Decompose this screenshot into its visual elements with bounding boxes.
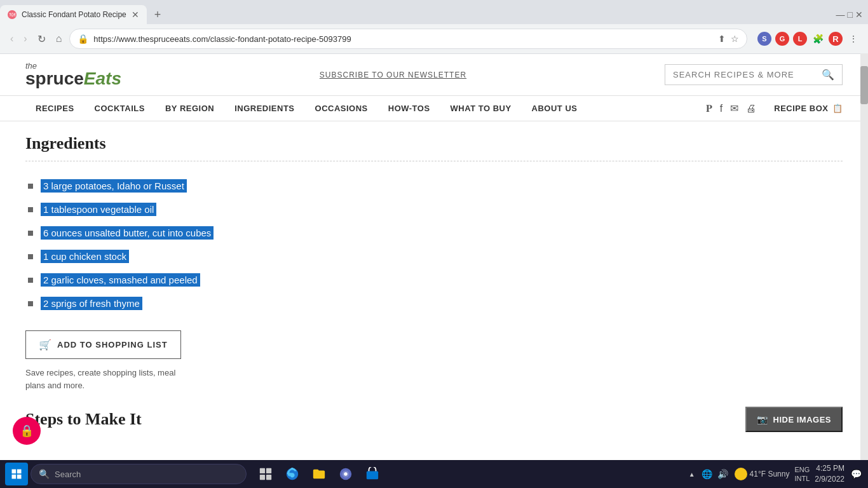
svg-rect-0	[12, 470, 17, 474]
taskbar: 🔍 Search	[0, 460, 868, 488]
search-input[interactable]	[673, 70, 817, 79]
recipe-box-icon: 📋	[832, 104, 843, 113]
browser-chrome: 🍽 Classic Fondant Potato Recipe ✕ + — □ …	[0, 0, 868, 54]
weather-widget[interactable]: 41°F Sunny	[735, 468, 790, 480]
edge-browser-icon[interactable]	[281, 463, 304, 485]
taskbar-pinned-icons	[254, 463, 384, 485]
clock-widget[interactable]: 4:25 PM 2/9/2022	[815, 463, 844, 485]
taskbar-search-box[interactable]: 🔍 Search	[31, 464, 247, 484]
nav-item-how-tos[interactable]: HOW-TOS	[378, 96, 440, 121]
nav-item-about-us[interactable]: ABOUT US	[522, 96, 588, 121]
add-to-list-label: ADD TO SHOPPING LIST	[57, 340, 168, 349]
ingredient-text[interactable]: 1 cup chicken stock	[41, 250, 129, 263]
scrollbar-track[interactable]	[860, 53, 868, 460]
site-header-top: the spruce Eats SUBSCRIBE TO OUR NEWSLET…	[0, 54, 868, 95]
svg-rect-1	[17, 470, 22, 474]
ingredients-section: Ingredients 3 large potatoes, Idaho or R…	[25, 134, 843, 391]
extensions-button[interactable]: 🧩	[811, 32, 825, 46]
maximize-button[interactable]: □	[848, 10, 853, 20]
task-view-button[interactable]	[254, 463, 277, 485]
email-icon[interactable]: ✉	[730, 102, 738, 114]
browser-menu-button[interactable]: ⋮	[846, 32, 860, 46]
time-display: 4:25 PM	[815, 463, 844, 474]
close-window-button[interactable]: ✕	[855, 10, 863, 20]
active-tab[interactable]: 🍽 Classic Fondant Potato Recipe ✕	[0, 5, 147, 24]
list-item: 3 large potatoes, Idaho or Russet	[25, 174, 843, 198]
lock-fab-button[interactable]: 🔒	[13, 417, 41, 445]
svg-rect-7	[266, 475, 271, 480]
profile-button[interactable]: R	[829, 32, 843, 46]
start-button[interactable]	[5, 463, 28, 485]
list-item: 1 tablespoon vegetable oil	[25, 198, 843, 221]
nav-item-cocktails[interactable]: COCKTAILS	[85, 96, 155, 121]
site-logo[interactable]: the spruce Eats	[25, 62, 121, 88]
share-icon[interactable]: ⬆	[718, 34, 726, 44]
nav-item-what-to-buy[interactable]: WHAT TO BUY	[440, 96, 522, 121]
nav-social: 𝐏 f ✉ 🖨 RECIPE BOX 📋	[706, 96, 843, 121]
tab-favicon: 🍽	[8, 10, 17, 19]
language-indicator[interactable]: ENGINTL	[794, 465, 810, 484]
file-explorer-icon[interactable]	[308, 463, 330, 485]
bookmark-icon[interactable]: ☆	[731, 34, 739, 44]
chrome-icon[interactable]: G	[775, 32, 789, 46]
taskbar-search-text: Search	[55, 470, 81, 479]
lastpass-icon[interactable]: L	[793, 32, 807, 46]
site-nav: RECIPES COCKTAILS BY REGION INGREDIENTS …	[0, 95, 868, 121]
hide-images-button[interactable]: 📷 HIDE IMAGES	[745, 407, 843, 432]
print-icon[interactable]: 🖨	[746, 103, 756, 114]
url-bar[interactable]: 🔒 https://www.thespruceeats.com/classic-…	[69, 29, 747, 49]
microsoft-store-icon[interactable]	[361, 463, 384, 485]
search-box[interactable]: 🔍	[665, 64, 843, 85]
svg-rect-4	[260, 468, 265, 473]
nav-item-by-region[interactable]: BY REGION	[155, 96, 224, 121]
taskbar-right: ▲ 🌐 🔊 41°F Sunny ENGINTL 4:25 PM 2/9/202…	[689, 463, 863, 485]
pinterest-icon[interactable]: 𝐏	[706, 103, 712, 114]
nav-item-recipes[interactable]: RECIPES	[25, 96, 85, 121]
steps-title: Steps to Make It	[25, 410, 142, 429]
ingredient-text[interactable]: 2 garlic cloves, smashed and peeled	[41, 273, 200, 287]
volume-icon[interactable]: 🔊	[716, 468, 729, 480]
tab-close-button[interactable]: ✕	[132, 10, 139, 20]
svg-rect-3	[17, 475, 22, 479]
tab-title: Classic Fondant Potato Recipe	[22, 10, 126, 19]
hide-images-label: HIDE IMAGES	[773, 415, 831, 424]
ingredient-text[interactable]: 2 sprigs of fresh thyme	[41, 297, 142, 310]
network-icon[interactable]: 🌐	[700, 468, 714, 480]
security-lock-icon: 🔒	[78, 34, 88, 44]
list-item: 6 ounces unsalted butter, cut into cubes	[25, 221, 843, 245]
save-text: Save recipes, create shopping lists, mea…	[25, 367, 191, 391]
notifications-button[interactable]: 💬	[850, 468, 863, 480]
minimize-button[interactable]: —	[836, 10, 845, 20]
ingredient-text[interactable]: 6 ounces unsalted butter, cut into cubes	[41, 226, 214, 240]
recipe-box-label: RECIPE BOX	[774, 104, 828, 113]
new-tab-button[interactable]: +	[152, 6, 164, 24]
facebook-icon[interactable]: f	[720, 103, 722, 114]
svg-rect-5	[266, 468, 271, 473]
nav-item-ingredients[interactable]: INGREDIENTS	[224, 96, 304, 121]
home-button[interactable]: ⌂	[53, 30, 65, 47]
system-icons: 🌐 🔊	[700, 468, 729, 480]
ingredient-text[interactable]: 3 large potatoes, Idaho or Russet	[41, 179, 187, 193]
nav-items: RECIPES COCKTAILS BY REGION INGREDIENTS …	[25, 96, 706, 121]
spruceeats-extension-icon[interactable]: S	[757, 32, 771, 46]
bullet-icon	[28, 301, 33, 306]
bullet-icon	[28, 207, 33, 212]
search-icon[interactable]: 🔍	[822, 69, 834, 81]
system-tray-expand[interactable]: ▲	[689, 471, 695, 478]
back-button[interactable]: ‹	[8, 30, 16, 47]
url-actions: ⬆ ☆	[718, 34, 739, 44]
list-item: 2 garlic cloves, smashed and peeled	[25, 268, 843, 292]
list-item: 1 cup chicken stock	[25, 245, 843, 268]
ingredient-text[interactable]: 1 tablespoon vegetable oil	[41, 203, 156, 216]
forward-button[interactable]: ›	[21, 30, 29, 47]
bullet-icon	[28, 278, 33, 283]
recipe-box-button[interactable]: RECIPE BOX 📋	[764, 96, 843, 121]
newsletter-link[interactable]: SUBSCRIBE TO OUR NEWSLETTER	[134, 71, 652, 79]
svg-rect-11	[367, 471, 378, 479]
refresh-button[interactable]: ↻	[35, 30, 48, 48]
add-to-shopping-list-button[interactable]: 🛒 ADD TO SHOPPING LIST	[25, 330, 181, 359]
scrollbar-thumb[interactable]	[860, 66, 868, 104]
cortana-icon[interactable]	[334, 463, 357, 485]
nav-item-occasions[interactable]: OCCASIONS	[305, 96, 378, 121]
bullet-icon	[28, 184, 33, 189]
